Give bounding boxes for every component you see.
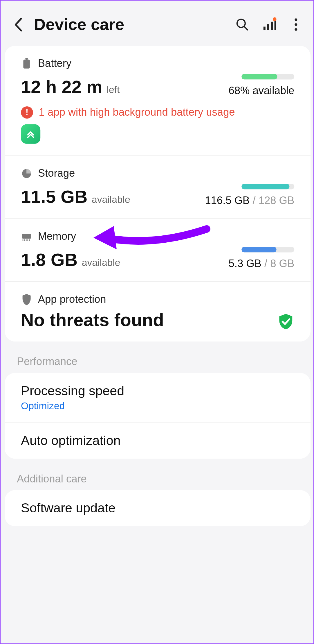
- storage-total: / 128 GB: [253, 194, 295, 206]
- svg-rect-4: [271, 22, 273, 30]
- app-protection-label: App protection: [38, 293, 106, 306]
- svg-rect-10: [25, 58, 28, 60]
- performance-section-label: Performance: [1, 341, 314, 373]
- warning-icon: !: [21, 106, 33, 118]
- svg-rect-3: [267, 24, 269, 30]
- storage-value-block: 11.5 GB available: [21, 187, 130, 207]
- battery-label: Battery: [38, 57, 71, 70]
- battery-row-head: Battery: [21, 57, 294, 70]
- memory-suffix: available: [82, 257, 120, 268]
- storage-used: 116.5 GB: [205, 194, 250, 206]
- storage-value: 11.5 GB: [21, 187, 87, 207]
- app-protection-head: App protection: [21, 293, 294, 306]
- svg-rect-16: [29, 239, 30, 240]
- app-badge-icon[interactable]: [21, 124, 40, 144]
- additional-care-card: Software update: [5, 490, 311, 526]
- battery-warning-text: 1 app with high background battery usage: [39, 106, 235, 119]
- memory-total: / 8 GB: [264, 257, 294, 269]
- app-protection-row[interactable]: App protection No threats found: [5, 281, 311, 341]
- additional-care-section-label: Additional care: [1, 459, 314, 490]
- svg-point-8: [295, 28, 297, 31]
- memory-value-block: 1.8 GB available: [21, 250, 120, 270]
- battery-suffix: left: [107, 84, 120, 95]
- battery-value: 12 h 22 m: [21, 77, 102, 97]
- memory-label: Memory: [38, 230, 76, 243]
- battery-bar: [241, 74, 294, 80]
- storage-bar: [241, 184, 294, 189]
- svg-rect-2: [264, 26, 266, 30]
- shield-check-icon: [277, 313, 294, 330]
- memory-bar: [241, 247, 294, 253]
- shield-icon: [21, 294, 32, 305]
- memory-row-head: Memory: [21, 230, 294, 243]
- svg-point-6: [295, 18, 297, 21]
- app-protection-status: No threats found: [21, 310, 164, 330]
- processing-speed-title: Processing speed: [21, 383, 294, 398]
- svg-point-7: [295, 23, 297, 26]
- more-icon[interactable]: [287, 15, 305, 33]
- processing-speed-row[interactable]: Processing speed Optimized: [5, 373, 311, 422]
- battery-warning[interactable]: ! 1 app with high background battery usa…: [21, 106, 294, 119]
- svg-rect-11: [22, 234, 31, 239]
- svg-rect-15: [27, 239, 28, 240]
- memory-icon: [21, 231, 32, 242]
- software-update-row[interactable]: Software update: [5, 490, 311, 526]
- storage-row[interactable]: Storage 11.5 GB available 116.5 GB / 128…: [5, 155, 311, 218]
- device-care-card: Battery 12 h 22 m left 68% available ! 1…: [5, 46, 311, 341]
- header: Device care: [1, 1, 314, 46]
- header-actions: [233, 15, 305, 33]
- battery-row[interactable]: Battery 12 h 22 m left 68% available ! 1…: [5, 46, 311, 155]
- auto-optimization-title: Auto optimization: [21, 433, 294, 448]
- svg-rect-12: [23, 239, 24, 240]
- battery-value-block: 12 h 22 m left: [21, 77, 120, 97]
- signal-icon[interactable]: [260, 15, 278, 33]
- memory-value: 1.8 GB: [21, 250, 77, 270]
- back-button[interactable]: [10, 16, 27, 33]
- svg-rect-14: [26, 239, 27, 240]
- battery-available: 68% available: [229, 84, 295, 97]
- battery-icon: [21, 58, 32, 69]
- storage-label: Storage: [38, 167, 75, 180]
- alert-dot-icon: [273, 17, 277, 21]
- storage-row-head: Storage: [21, 167, 294, 180]
- memory-ratio: 5.3 GB / 8 GB: [229, 257, 295, 270]
- svg-rect-9: [23, 59, 30, 68]
- storage-suffix: available: [92, 194, 130, 205]
- storage-ratio: 116.5 GB / 128 GB: [205, 194, 295, 207]
- memory-used: 5.3 GB: [229, 257, 261, 269]
- software-update-title: Software update: [21, 501, 294, 516]
- memory-row[interactable]: Memory 1.8 GB available 5.3 GB / 8 GB: [5, 218, 311, 281]
- search-icon[interactable]: [233, 15, 251, 33]
- storage-icon: [21, 168, 32, 179]
- svg-rect-13: [24, 239, 25, 240]
- performance-card: Processing speed Optimized Auto optimiza…: [5, 373, 311, 459]
- svg-line-1: [244, 26, 248, 30]
- auto-optimization-row[interactable]: Auto optimization: [5, 422, 311, 459]
- processing-speed-status: Optimized: [21, 400, 294, 412]
- page-title: Device care: [34, 15, 226, 33]
